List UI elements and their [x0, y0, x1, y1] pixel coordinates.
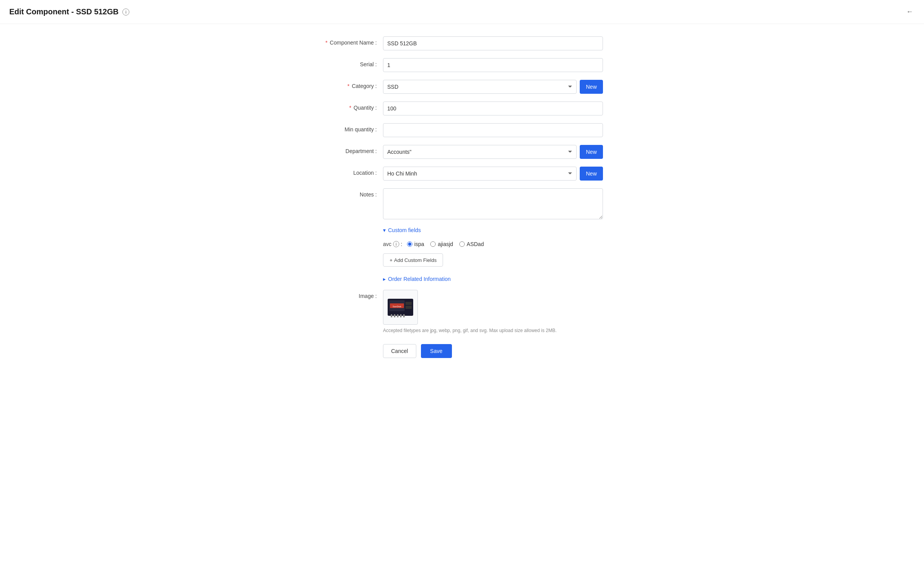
serial-input[interactable] — [383, 58, 603, 72]
add-custom-fields-label: Add Custom Fields — [394, 257, 437, 263]
svg-rect-10 — [403, 314, 405, 317]
back-button[interactable]: ← — [905, 6, 915, 17]
department-row: Department : Accounts" HR IT New — [321, 145, 603, 159]
form-actions: Cancel Save — [383, 344, 603, 358]
category-select[interactable]: SSD HDD RAM — [383, 80, 577, 94]
category-label: * Category : — [321, 80, 383, 89]
notes-textarea[interactable] — [383, 188, 603, 219]
notes-row: Notes : — [321, 188, 603, 219]
order-related-label: Order Related Information — [388, 276, 451, 282]
quantity-row: * Quantity : — [321, 102, 603, 115]
page-title: Edit Component - SSD 512GB — [9, 7, 119, 16]
quantity-input[interactable] — [383, 102, 603, 115]
quantity-label: * Quantity : — [321, 102, 383, 111]
department-new-button[interactable]: New — [580, 145, 603, 159]
radio-ispa[interactable]: ispa — [407, 241, 424, 247]
serial-row: Serial : — [321, 58, 603, 72]
add-custom-fields-button[interactable]: + Add Custom Fields — [383, 253, 443, 267]
department-field: Accounts" HR IT New — [383, 145, 603, 159]
avc-row: avc i : ispa ajiasjd ASDad — [383, 241, 603, 247]
notes-field — [383, 188, 603, 219]
location-new-button[interactable]: New — [580, 167, 603, 181]
svg-rect-8 — [397, 314, 398, 317]
min-quantity-row: Min quantity : — [321, 123, 603, 137]
min-quantity-label: Min quantity : — [321, 123, 383, 133]
svg-text:SanDisk: SanDisk — [393, 305, 402, 308]
radio-ispa-label: ispa — [414, 241, 424, 247]
svg-rect-3 — [405, 306, 412, 309]
avc-label-group: avc i : — [383, 241, 402, 247]
location-row: Location : Ho Chi Minh Hanoi New — [321, 167, 603, 181]
order-related-toggle[interactable]: ▸ Order Related Information — [383, 276, 603, 282]
location-label: Location : — [321, 167, 383, 176]
info-icon[interactable]: i — [122, 9, 129, 15]
svg-rect-2 — [405, 302, 412, 305]
radio-ajiasjd-input[interactable] — [430, 241, 436, 247]
component-name-row: * Component Name : — [321, 36, 603, 50]
component-name-input[interactable] — [383, 36, 603, 50]
category-new-button[interactable]: New — [580, 80, 603, 94]
radio-ispa-input[interactable] — [407, 241, 412, 247]
image-upload-box[interactable]: SanDisk — [383, 290, 418, 325]
location-field: Ho Chi Minh Hanoi New — [383, 167, 603, 181]
min-quantity-field — [383, 123, 603, 137]
quantity-field — [383, 102, 603, 115]
custom-fields-toggle-label: Custom fields — [388, 227, 421, 233]
plus-icon: + — [390, 257, 393, 263]
department-select[interactable]: Accounts" HR IT — [383, 145, 577, 159]
colon: : — [401, 241, 402, 247]
image-field-group: SanDisk Accepted filetypes are jpg, webp… — [383, 290, 556, 333]
avc-radio-group: ispa ajiasjd ASDad — [407, 241, 484, 247]
component-name-label: * Component Name : — [321, 36, 383, 46]
location-select[interactable]: Ho Chi Minh Hanoi — [383, 167, 577, 181]
chevron-down-icon: ▾ — [383, 227, 386, 233]
component-name-field — [383, 36, 603, 50]
category-row: * Category : SSD HDD RAM New — [321, 80, 603, 94]
avc-info-icon[interactable]: i — [393, 241, 399, 247]
notes-label: Notes : — [321, 188, 383, 198]
radio-ASDad-input[interactable] — [459, 241, 465, 247]
avc-label-text: avc — [383, 241, 392, 247]
svg-rect-9 — [400, 314, 402, 317]
serial-field — [383, 58, 603, 72]
image-label: Image : — [321, 290, 383, 299]
image-hint: Accepted filetypes are jpg, webp, png, g… — [383, 328, 556, 333]
category-field: SSD HDD RAM New — [383, 80, 603, 94]
svg-rect-7 — [394, 314, 395, 317]
image-row: Image : SanDisk — [321, 290, 603, 333]
custom-fields-toggle[interactable]: ▾ Custom fields — [383, 227, 603, 233]
image-field: SanDisk Accepted filetypes are jpg, webp… — [383, 290, 603, 333]
save-button[interactable]: Save — [421, 344, 452, 358]
radio-ajiasjd-label: ajiasjd — [438, 241, 453, 247]
serial-label: Serial : — [321, 58, 383, 67]
radio-ASDad-label: ASDad — [467, 241, 484, 247]
department-label: Department : — [321, 145, 383, 154]
cancel-button[interactable]: Cancel — [383, 344, 416, 358]
chevron-right-icon: ▸ — [383, 276, 386, 282]
ssd-thumbnail: SanDisk — [386, 296, 415, 319]
radio-ajiasjd[interactable]: ajiasjd — [430, 241, 453, 247]
svg-rect-6 — [391, 314, 392, 317]
radio-ASDad[interactable]: ASDad — [459, 241, 484, 247]
min-quantity-input[interactable] — [383, 123, 603, 137]
